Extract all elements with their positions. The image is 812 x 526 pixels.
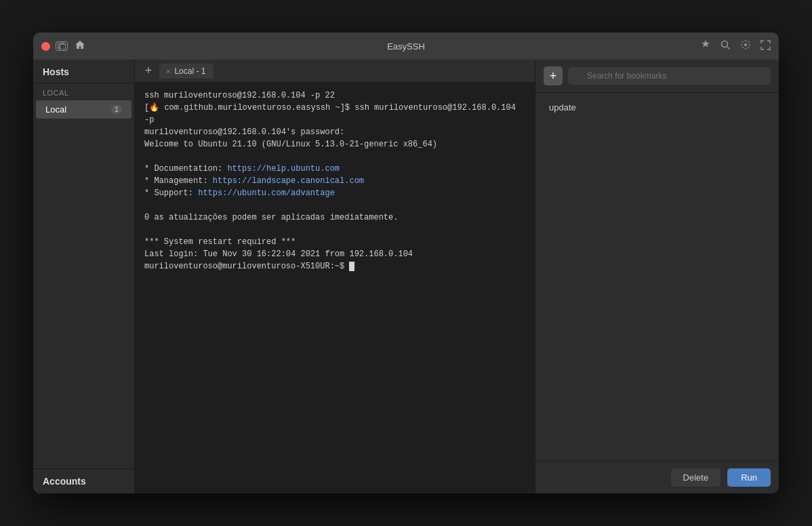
bookmark-search-wrap [568,67,771,85]
sidebar-item-local-label: Local [45,104,66,115]
accounts-button[interactable]: Accounts [33,468,134,493]
tab-local-1[interactable]: × Local - 1 [159,64,214,79]
sidebar: Hosts Local Local 1 Accounts [33,60,135,493]
close-button[interactable] [41,42,50,51]
terminal-line-2: muriloventuroso@192.168.0.104's password… [144,126,525,138]
svg-line-3 [727,46,730,49]
terminal-line-9: 0 as atualizações podem ser aplicadas im… [144,211,525,224]
title-bar-controls [41,40,85,52]
terminal-line-3: Welcome to Ubuntu 21.10 (GNU/Linux 5.13.… [144,138,525,150]
hosts-header: Hosts [33,60,134,83]
terminal-line-5: * Documentation: https://help.ubuntu.com [144,163,525,175]
bookmark-list: update [535,93,779,461]
terminal-line-8 [144,199,525,211]
run-button[interactable]: Run [727,468,771,487]
terminal-line-13: muriloventuroso@muriloventuroso-X510UR:~… [144,260,525,272]
title-bar-actions [700,39,771,53]
app-title: EasySSH [387,41,425,52]
bookmark-header: + [535,60,779,93]
delete-button[interactable]: Delete [671,468,721,487]
fullscreen-button[interactable] [760,40,771,53]
new-tab-button[interactable]: + [140,63,157,79]
tab-close-icon[interactable]: × [166,67,170,75]
terminal-line-4 [144,150,525,163]
sidebar-item-local[interactable]: Local 1 [36,100,131,119]
settings-button[interactable] [740,39,751,53]
local-group-label: Local [33,83,134,100]
bookmark-panel: + update Delete Run [535,60,779,493]
bookmark-item-update[interactable]: update [540,98,775,117]
star-button[interactable] [700,39,711,53]
title-bar: EasySSH [33,33,779,60]
home-button[interactable] [75,40,85,52]
tab-label: Local - 1 [174,66,205,76]
terminal-line-11: *** System restart required *** [144,236,525,248]
terminal-line-7: * Support: https://ubuntu.com/advantage [144,187,525,199]
terminal-line-10 [144,224,525,236]
main-content: Hosts Local Local 1 Accounts + × Local -… [33,60,779,493]
tab-bar: + × Local - 1 [135,60,535,83]
bookmark-add-button[interactable]: + [544,66,563,85]
sidebar-item-badge: 1 [111,105,122,114]
terminal-output[interactable]: ssh muriloventuroso@192.168.0.104 -p 22[… [135,83,535,493]
terminal-area: + × Local - 1 ssh muriloventuroso@192.16… [135,60,535,493]
svg-point-4 [744,43,747,46]
app-window: EasySSH Hosts Local Local 1 [33,33,779,493]
terminal-line-6: * Management: https://landscape.canonica… [144,175,525,187]
bookmark-search-input[interactable] [568,67,771,85]
svg-point-2 [722,41,728,47]
new-tab-icon[interactable] [56,41,68,51]
terminal-line-1: [🔥 com.github.muriloventuroso.easyssh ~]… [144,102,525,126]
sidebar-spacer [33,119,134,468]
terminal-line-0: ssh muriloventuroso@192.168.0.104 -p 22 [144,89,525,102]
bookmark-footer: Delete Run [535,461,779,493]
cursor [349,262,354,271]
svg-rect-1 [60,44,66,49]
terminal-line-12: Last login: Tue Nov 30 16:22:04 2021 fro… [144,248,525,260]
search-button[interactable] [720,40,731,53]
